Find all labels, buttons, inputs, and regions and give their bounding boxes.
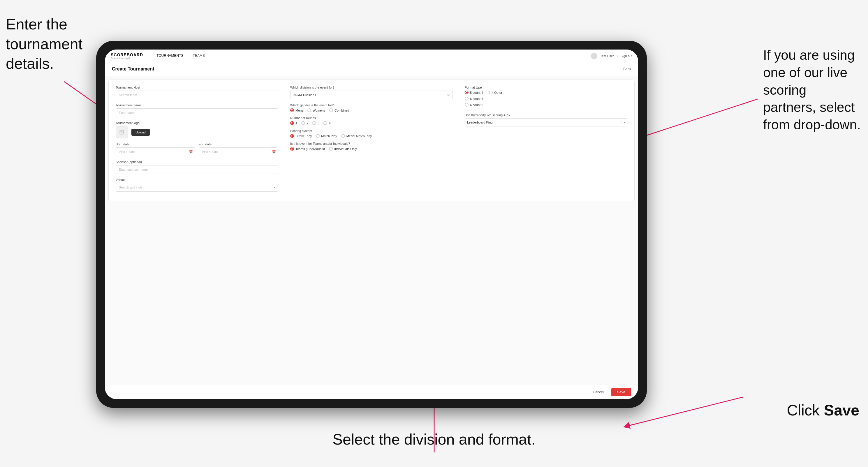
nav-separator: | — [617, 54, 618, 58]
scoring-match-label: Match Play — [321, 134, 337, 138]
logo-label: Tournament logo — [116, 121, 278, 125]
individuals-only-radio[interactable] — [329, 147, 333, 151]
page-title: Create Tournament — [112, 66, 154, 72]
rounds-4-label: 4 — [329, 122, 331, 125]
annotation-top-left: Enter the tournament details. — [6, 14, 93, 74]
form-footer: Cancel Save — [105, 385, 638, 399]
scoring-stroke-radio[interactable] — [290, 134, 294, 138]
form-col-2: Which division is the event for? NCAA Di… — [284, 86, 453, 196]
rounds-3[interactable]: 3 — [312, 121, 319, 125]
tablet-device: SCOREBOARD Powered by clippit TOURNAMENT… — [96, 41, 647, 408]
scoring-stroke-label: Stroke Play — [296, 134, 312, 138]
gender-field-group: Which gender is the event for? Mens Wome… — [290, 103, 453, 112]
gender-womens-label: Womens — [313, 109, 325, 112]
format-5count4-label: 5 count 4 — [470, 91, 483, 94]
scoring-medal-match[interactable]: Medal Match Play — [341, 134, 372, 138]
division-field-group: Which division is the event for? NCAA Di… — [290, 86, 453, 99]
nav-item-tournaments[interactable]: TOURNAMENTS — [152, 50, 188, 62]
app-logo: SCOREBOARD Powered by clippit — [111, 53, 143, 59]
gender-combined-radio[interactable] — [329, 108, 333, 112]
rounds-field-group: Number of rounds 1 2 — [290, 116, 453, 125]
rounds-3-label: 3 — [318, 122, 319, 125]
scoring-radio-group: Stroke Play Match Play Medal Match Play — [290, 134, 453, 138]
name-input[interactable] — [116, 108, 278, 117]
scoring-match-radio[interactable] — [316, 134, 320, 138]
scoring-medal-match-radio[interactable] — [341, 134, 345, 138]
gender-mens[interactable]: Mens — [290, 108, 303, 112]
live-scoring-dropdown-icon[interactable]: ▾ — [624, 121, 625, 124]
live-scoring-clear-icon[interactable]: ✕ — [620, 121, 622, 124]
user-name: Test User — [600, 54, 614, 58]
navigation: SCOREBOARD Powered by clippit TOURNAMENT… — [105, 50, 638, 62]
scoring-label: Scoring system — [290, 129, 453, 132]
gender-radio-group: Mens Womens Combined — [290, 108, 453, 112]
cancel-button[interactable]: Cancel — [588, 388, 609, 396]
gender-combined-label: Combined — [335, 109, 349, 112]
logo-title: SCOREBOARD — [111, 53, 143, 57]
venue-label: Venue — [116, 178, 278, 182]
format-5count4[interactable]: 5 count 4 — [465, 91, 483, 94]
gender-womens-radio[interactable] — [307, 108, 311, 112]
venue-dropdown-icon: ▾ — [274, 186, 275, 189]
save-button[interactable]: Save — [611, 388, 631, 396]
teams-plus-individuals-label: Teams (+Individuals) — [296, 147, 325, 151]
svg-point-5 — [121, 131, 121, 132]
rounds-radio-group: 1 2 3 — [290, 121, 453, 125]
rounds-1-radio[interactable] — [290, 121, 294, 125]
format-6count5-radio[interactable] — [465, 103, 468, 106]
scoring-medal-match-label: Medal Match Play — [346, 134, 372, 138]
teams-plus-individuals-radio[interactable] — [290, 147, 294, 151]
rounds-4-radio[interactable] — [323, 121, 327, 125]
gender-mens-label: Mens — [296, 109, 303, 112]
teams-radio-group: Teams (+Individuals) Individuals Only — [290, 147, 453, 151]
format-field-group: Format type 5 count 4 6 count — [465, 86, 627, 106]
rounds-1[interactable]: 1 — [290, 121, 297, 125]
start-date-input[interactable] — [116, 148, 195, 156]
format-6count4-radio[interactable] — [465, 97, 468, 100]
venue-field-group: Venue ▾ — [116, 178, 278, 192]
format-other-radio[interactable] — [489, 91, 493, 94]
logo-sub: Powered by clippit — [111, 57, 143, 59]
start-date-label: Start date — [116, 143, 195, 146]
division-select[interactable]: NCAA Division I — [290, 91, 453, 99]
format-6count5[interactable]: 6 count 5 — [465, 103, 483, 106]
end-date-input[interactable] — [199, 148, 278, 156]
back-link[interactable]: ← Back — [619, 67, 631, 71]
format-label: Format type — [465, 86, 627, 89]
teams-plus-individuals[interactable]: Teams (+Individuals) — [290, 147, 325, 151]
rounds-label: Number of rounds — [290, 116, 453, 120]
individuals-only[interactable]: Individuals Only — [329, 147, 357, 151]
rounds-2[interactable]: 2 — [301, 121, 308, 125]
rounds-2-radio[interactable] — [301, 121, 305, 125]
create-tournament-form: Tournament Host Tournament name Tourname… — [108, 80, 634, 202]
calendar-icon: 📅 — [189, 150, 193, 154]
rounds-2-label: 2 — [307, 122, 308, 125]
gender-combined[interactable]: Combined — [329, 108, 349, 112]
gender-womens[interactable]: Womens — [307, 108, 325, 112]
scoring-match[interactable]: Match Play — [316, 134, 337, 138]
name-label: Tournament name — [116, 103, 278, 107]
annotation-bottom-right: Click Save — [787, 401, 859, 421]
rounds-3-radio[interactable] — [312, 121, 316, 125]
dates-field-group: Start date 📅 End date — [116, 143, 278, 156]
format-5count4-radio[interactable] — [465, 91, 468, 94]
scoring-stroke[interactable]: Stroke Play — [290, 134, 312, 138]
individuals-only-label: Individuals Only — [334, 147, 357, 151]
sponsor-label: Sponsor (optional) — [116, 160, 278, 164]
live-scoring-input[interactable] — [465, 118, 627, 126]
sponsor-field-group: Sponsor (optional) — [116, 160, 278, 174]
nav-item-teams[interactable]: TEAMS — [188, 50, 210, 62]
sign-out-link[interactable]: Sign out — [621, 54, 632, 58]
upload-button[interactable]: Upload — [131, 129, 150, 136]
gender-mens-radio[interactable] — [290, 108, 294, 112]
rounds-4[interactable]: 4 — [323, 121, 331, 125]
format-other[interactable]: Other — [489, 91, 502, 94]
venue-select-wrap: ▾ — [116, 183, 278, 192]
format-6count4[interactable]: 6 count 4 — [465, 97, 483, 100]
live-scoring-input-wrap: Leaderboard King ✕ ▾ — [465, 118, 627, 126]
sponsor-input[interactable] — [116, 165, 278, 174]
venue-input[interactable] — [116, 183, 278, 192]
host-input[interactable] — [116, 91, 278, 99]
format-other-label: Other — [494, 91, 502, 94]
svg-line-3 — [626, 397, 743, 426]
